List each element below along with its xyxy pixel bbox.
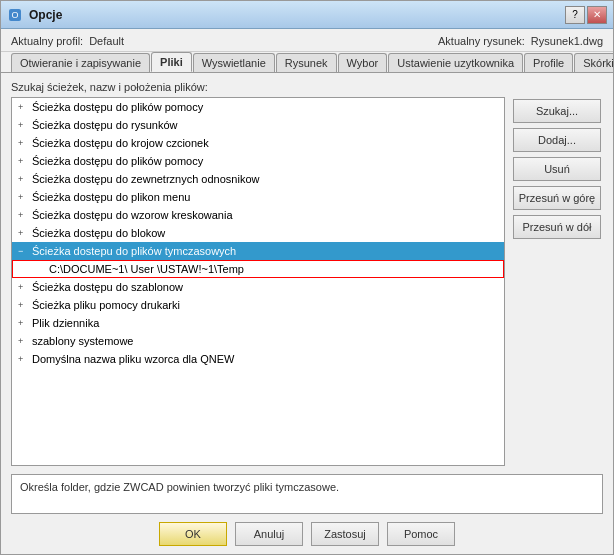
tree-item-printer-help[interactable]: + Ścieżka pliku pomocy drukarki (12, 296, 504, 314)
tree-item-label: Ścieżka dostępu do plików pomocy (32, 155, 203, 167)
expand-icon: + (18, 300, 28, 310)
tree-item-ext-links[interactable]: + Ścieżka dostępu do zewnetrznych odnosn… (12, 170, 504, 188)
tab-profile[interactable]: Profile (524, 53, 573, 72)
expand-icon: + (18, 210, 28, 220)
tree-item-label: szablony systemowe (32, 335, 134, 347)
apply-button[interactable]: Zastosuj (311, 522, 379, 546)
tree-item-log[interactable]: + Plik dziennika (12, 314, 504, 332)
tree-item-label: Ścieżka dostępu do wzorow kreskowania (32, 209, 233, 221)
main-window: O Opcje ? ✕ Aktualny profil: Default Akt… (0, 0, 614, 555)
tree-item-templates[interactable]: + Ścieżka dostępu do szablonow (12, 278, 504, 296)
tab-drawing[interactable]: Rysunek (276, 53, 337, 72)
expand-icon: + (18, 102, 28, 112)
main-content: Szukaj ścieżek, nazw i położenia plików:… (1, 73, 613, 474)
move-down-button[interactable]: Przesuń w dół (513, 215, 601, 239)
tab-bar: Otwieranie i zapisywanie Pliki Wyswietla… (1, 52, 613, 73)
tree-item-label: Ścieżka dostepu do plików tymczasowych (32, 245, 236, 257)
toolbar-left: Aktualny profil: Default (11, 35, 124, 47)
tree-item-label: Ścieżka dostępu do plików pomocy (32, 101, 203, 113)
expand-icon: + (18, 174, 28, 184)
right-panel: Szukaj... Dodaj... Usuń Przesuń w górę P… (513, 81, 603, 466)
title-bar-left: O Opcje (7, 7, 62, 23)
left-panel: Szukaj ścieżek, nazw i położenia plików:… (11, 81, 505, 466)
description-text: Określa folder, gdzie ZWCAD powinien two… (20, 481, 339, 493)
tree-item-help-files[interactable]: + Ścieżka dostępu do plików pomocy (12, 98, 504, 116)
close-button[interactable]: ✕ (587, 6, 607, 24)
expand-icon: + (18, 318, 28, 328)
expand-icon: + (18, 228, 28, 238)
expand-icon: + (18, 120, 28, 130)
tab-display[interactable]: Wyswietlanie (193, 53, 275, 72)
tree-item-fonts[interactable]: + Ścieżka dostępu do krojow czcionek (12, 134, 504, 152)
expand-icon: + (18, 354, 28, 364)
tree-item-label: Ścieżka dostępu do krojow czcionek (32, 137, 209, 149)
toolbar-right: Aktualny rysunek: Rysunek1.dwg (438, 35, 603, 47)
search-button[interactable]: Szukaj... (513, 99, 601, 123)
expand-icon: + (18, 156, 28, 166)
drawing-label: Aktualny rysunek: (438, 35, 525, 47)
tree-item-help-files2[interactable]: + Ścieżka dostępu do plików pomocy (12, 152, 504, 170)
description-box: Określa folder, gdzie ZWCAD powinien two… (11, 474, 603, 514)
tree-item-label: Ścieżka dostępu do szablonow (32, 281, 183, 293)
cancel-button[interactable]: Anuluj (235, 522, 303, 546)
window-title: Opcje (29, 8, 62, 22)
drawing-value: Rysunek1.dwg (531, 35, 603, 47)
help-button[interactable]: Pomoc (387, 522, 455, 546)
tree-item-temp-path[interactable]: C:\DOCUME~1\ User \USTAW!~1\Temp (12, 260, 504, 278)
tab-open-save[interactable]: Otwieranie i zapisywanie (11, 53, 150, 72)
tree-item-hatch[interactable]: + Ścieżka dostępu do wzorow kreskowania (12, 206, 504, 224)
svg-text:O: O (11, 10, 18, 20)
tab-skins[interactable]: Skórki (574, 53, 613, 72)
tree-item-sys-templates[interactable]: + szablony systemowe (12, 332, 504, 350)
expand-icon: + (18, 282, 28, 292)
tree-container[interactable]: + Ścieżka dostępu do plików pomocy + Ści… (11, 97, 505, 466)
tab-select[interactable]: Wybor (338, 53, 388, 72)
toolbar-area: Aktualny profil: Default Aktualny rysune… (1, 29, 613, 52)
title-bar-buttons: ? ✕ (565, 6, 607, 24)
section-label: Szukaj ścieżek, nazw i położenia plików: (11, 81, 505, 93)
expand-icon: + (18, 192, 28, 202)
expand-icon: − (18, 246, 28, 256)
tree-item-label: Ścieżka dostępu do zewnetrznych odnosnik… (32, 173, 259, 185)
tree-item-drawing-files[interactable]: + Ścieżka dostępu do rysunków (12, 116, 504, 134)
tree-item-label: C:\DOCUME~1\ User \USTAW!~1\Temp (49, 263, 244, 275)
tree-item-label: Ścieżka dostępu do blokow (32, 227, 165, 239)
profile-value: Default (89, 35, 124, 47)
tree-item-blocks[interactable]: + Ścieżka dostępu do blokow (12, 224, 504, 242)
title-bar: O Opcje ? ✕ (1, 1, 613, 29)
tree-item-label: Domyślna nazwa pliku wzorca dla QNEW (32, 353, 234, 365)
bottom-bar: OK Anuluj Zastosuj Pomoc (1, 514, 613, 554)
add-button[interactable]: Dodaj... (513, 128, 601, 152)
tree-item-label: Ścieżka dostępu do rysunków (32, 119, 178, 131)
remove-button[interactable]: Usuń (513, 157, 601, 181)
expand-icon: + (18, 138, 28, 148)
tree-item-temp-files[interactable]: − Ścieżka dostepu do plików tymczasowych (12, 242, 504, 260)
app-icon: O (7, 7, 23, 23)
tree-item-menu-files[interactable]: + Ścieżka dostępu do plikon menu (12, 188, 504, 206)
tab-files[interactable]: Pliki (151, 52, 192, 72)
expand-icon: + (18, 336, 28, 346)
profile-label: Aktualny profil: (11, 35, 83, 47)
tree-item-label: Ścieżka pliku pomocy drukarki (32, 299, 180, 311)
tree-item-label: Ścieżka dostępu do plikon menu (32, 191, 190, 203)
ok-button[interactable]: OK (159, 522, 227, 546)
move-up-button[interactable]: Przesuń w górę (513, 186, 601, 210)
tree-item-label: Plik dziennika (32, 317, 99, 329)
help-button[interactable]: ? (565, 6, 585, 24)
tab-user-settings[interactable]: Ustawienie uzytkownika (388, 53, 523, 72)
tree-item-qnew[interactable]: + Domyślna nazwa pliku wzorca dla QNEW (12, 350, 504, 368)
